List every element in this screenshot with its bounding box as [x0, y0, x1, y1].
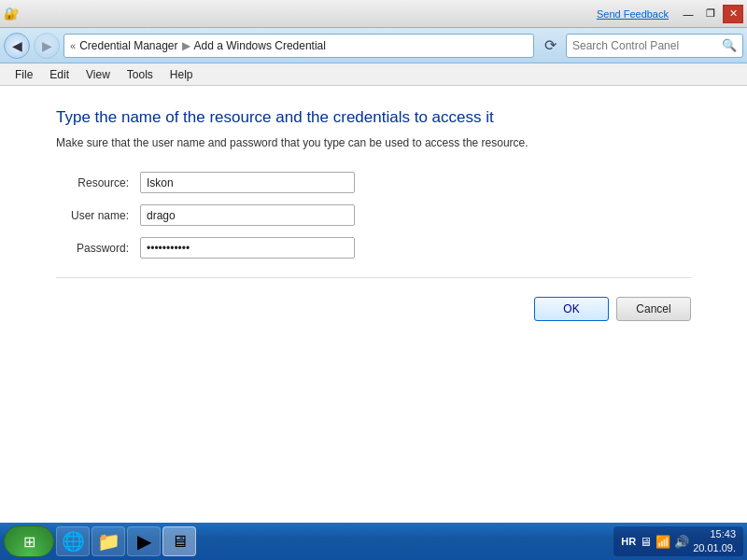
start-button[interactable]: ⊞	[4, 525, 54, 557]
resource-input[interactable]	[140, 172, 355, 193]
clock-date: 20.01.09.	[693, 541, 736, 555]
page-subtitle: Make sure that the user name and passwor…	[56, 136, 691, 149]
title-bar: 🔐 Send Feedback — ❐ ✕	[0, 0, 747, 28]
menu-bar: File Edit View Tools Help	[0, 63, 747, 86]
tray-volume-icon: 🔊	[674, 535, 689, 549]
media-icon: ▶	[137, 530, 151, 553]
forward-button[interactable]: ▶	[34, 33, 60, 59]
search-input[interactable]	[572, 39, 718, 52]
page-title: Type the name of the resource and the cr…	[56, 108, 691, 127]
start-icon: ⊞	[23, 533, 35, 551]
network-button[interactable]: 🖥	[162, 526, 196, 556]
address-bar: « Credential Manager ▶ Add a Windows Cre…	[63, 34, 534, 58]
taskbar: ⊞ 🌐 📁 ▶ 🖥 HR 🖥 📶 🔊 15:43 20.01.09.	[0, 523, 747, 560]
back-button[interactable]: ◀	[4, 33, 30, 59]
system-tray: HR 🖥 📶 🔊 15:43 20.01.09.	[613, 526, 743, 556]
search-box: 🔍	[566, 34, 743, 58]
media-button[interactable]: ▶	[127, 526, 161, 556]
close-button[interactable]: ✕	[723, 5, 743, 23]
tray-time: 15:43 20.01.09.	[693, 527, 736, 556]
ok-button[interactable]: OK	[534, 297, 609, 321]
cancel-button[interactable]: Cancel	[616, 297, 691, 321]
username-input[interactable]	[140, 204, 355, 226]
username-label: User name:	[56, 209, 140, 222]
restore-button[interactable]: ❐	[700, 5, 721, 23]
explorer-button[interactable]: 📁	[92, 526, 125, 556]
breadcrumb-credential-manager[interactable]: Credential Manager	[79, 39, 177, 52]
menu-help[interactable]: Help	[162, 66, 201, 83]
resource-label: Resource:	[56, 176, 140, 189]
minimize-button[interactable]: —	[678, 5, 698, 23]
send-feedback-link[interactable]: Send Feedback	[597, 8, 669, 20]
clock-time: 15:43	[693, 527, 736, 541]
button-row: OK Cancel	[56, 297, 691, 321]
tray-monitor-icon: 🖥	[640, 535, 652, 549]
address-chevrons: «	[70, 40, 76, 51]
address-separator: ▶	[182, 39, 190, 52]
title-bar-right: Send Feedback — ❐ ✕	[597, 5, 743, 23]
password-input[interactable]	[140, 237, 355, 259]
tray-network-icon: 📶	[655, 535, 670, 549]
network-icon: 🖥	[171, 532, 188, 552]
password-row: Password:	[56, 237, 691, 259]
explorer-icon: 📁	[97, 530, 120, 553]
menu-edit[interactable]: Edit	[42, 66, 77, 83]
menu-tools[interactable]: Tools	[120, 66, 161, 83]
nav-bar: ◀ ▶ « Credential Manager ▶ Add a Windows…	[0, 28, 747, 63]
menu-view[interactable]: View	[78, 66, 118, 83]
refresh-button[interactable]: ⟳	[538, 34, 562, 58]
ie-icon: 🌐	[62, 530, 85, 553]
password-label: Password:	[56, 242, 140, 255]
main-content: Type the name of the resource and the cr…	[0, 86, 747, 523]
tray-language: HR	[621, 536, 636, 547]
breadcrumb-current-page: Add a Windows Credential	[194, 39, 326, 52]
title-bar-left: 🔐	[4, 7, 19, 21]
ie-button[interactable]: 🌐	[56, 526, 90, 556]
resource-row: Resource:	[56, 172, 691, 193]
divider	[56, 277, 691, 278]
menu-file[interactable]: File	[7, 66, 40, 83]
search-icon[interactable]: 🔍	[722, 38, 737, 52]
username-row: User name:	[56, 204, 691, 226]
